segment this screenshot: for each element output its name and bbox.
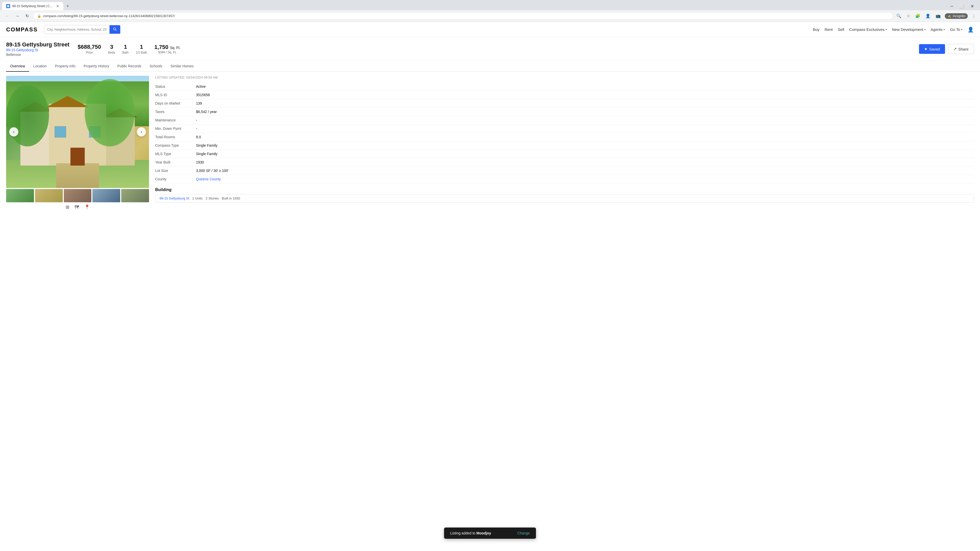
incognito-badge: 🕵️ Incognito: [945, 13, 968, 19]
photo-thumb-3[interactable]: [64, 189, 92, 202]
detail-row-maintenance: Maintenance -: [155, 116, 974, 124]
building-units: 1 Units: [192, 197, 202, 200]
building-stories: 2 Stories: [206, 197, 219, 200]
photo-prev-button[interactable]: ‹: [9, 127, 18, 137]
compass-exclusives-dropdown-arrow: ▾: [886, 28, 887, 31]
listing-price-stat: $688,750 Price: [78, 44, 101, 54]
forward-button[interactable]: →: [13, 13, 21, 19]
nav-rent[interactable]: Rent: [824, 26, 833, 33]
tab-close-button[interactable]: ✕: [56, 4, 59, 8]
listing-price-value: $688,750: [78, 44, 101, 50]
listing-bath-stat: 1 Bath: [122, 44, 129, 54]
search-input[interactable]: [44, 25, 110, 33]
cast-btn[interactable]: 📺: [935, 13, 942, 19]
listing-beds-stat: 3 Beds: [108, 44, 115, 54]
bookmark-icon-btn[interactable]: ☆: [905, 13, 911, 19]
listing-actions: ★ Saved ↗ Share: [919, 44, 974, 54]
building-built: Built in 1930: [222, 197, 240, 200]
maximize-button[interactable]: ⬜: [957, 3, 966, 10]
subnav-public-records[interactable]: Public Records: [113, 61, 145, 72]
listing-bath-value: 1: [122, 44, 129, 50]
subnav-schools[interactable]: Schools: [145, 61, 166, 72]
detail-label-mls-type: MLS Type: [155, 152, 196, 156]
subnav-overview[interactable]: Overview: [6, 61, 29, 72]
detail-label-county: County: [155, 177, 196, 181]
nav-user-button[interactable]: 👤: [967, 27, 974, 33]
saved-button[interactable]: ★ Saved: [919, 44, 945, 54]
detail-row-min-down: Min. Down Pymt -: [155, 124, 974, 133]
search-icon-btn[interactable]: 🔍: [895, 13, 902, 19]
main-photo: ‹ ›: [6, 76, 149, 188]
extensions-icon-btn[interactable]: 🧩: [914, 13, 921, 19]
nav-goto[interactable]: Go To ▾: [950, 26, 963, 33]
listing-price-label: Price: [78, 51, 101, 54]
detail-value-year-built: 1930: [196, 160, 204, 164]
listing-halfbath-value: 1: [136, 44, 147, 50]
browser-action-icons: 🔍 ☆ 🧩 👤 📺 🕵️ Incognito ⋮: [895, 13, 977, 19]
detail-value-lot-size: 3,000 SF / 30' x 100': [196, 168, 229, 173]
listing-address-main: 89-15 Gettysburg Street: [6, 41, 69, 48]
detail-value-mls-id: 3515656: [196, 93, 210, 97]
detail-label-maintenance: Maintenance: [155, 118, 196, 122]
nav-buy[interactable]: Buy: [813, 26, 819, 33]
nav-compass-exclusives[interactable]: Compass Exclusives ▾: [850, 26, 887, 33]
photo-thumb-2[interactable]: [35, 189, 63, 202]
tab-favicon: [6, 4, 10, 8]
photo-view-icons: ⊞ 🗺 📍: [6, 202, 149, 212]
street-view-button[interactable]: 📍: [84, 204, 90, 210]
listing-address-link[interactable]: 89-15 Gettysburg St: [6, 48, 69, 52]
detail-value-total-rooms: 8.0: [196, 135, 201, 139]
listing-halfbath-stat: 1 1/2 Bath: [136, 44, 147, 54]
sub-navigation: Overview Location Property Info Property…: [0, 61, 980, 72]
photo-thumb-1[interactable]: [6, 189, 34, 202]
url-bar[interactable]: 🔒 compass.com/listing/89-15-gettysburg-s…: [33, 12, 893, 20]
listing-stats: $688,750 Price 3 Beds 1 Bath 1 1/2 Bath …: [78, 44, 911, 54]
photo-thumb-5[interactable]: [121, 189, 149, 202]
browser-tabs: 89-15 Gettysburg Street | Comp... ✕ + ─ …: [0, 0, 980, 10]
compass-logo: COMPASS: [6, 26, 38, 33]
map-view-button[interactable]: 🗺: [75, 205, 79, 210]
detail-value-status: Active: [196, 84, 206, 89]
detail-label-lot-size: Lot Size: [155, 168, 196, 173]
more-options-btn[interactable]: ⋮: [971, 13, 977, 19]
minimize-button[interactable]: ─: [948, 3, 955, 10]
compass-navbar: COMPASS Buy Rent Sell Compass Exclusives…: [0, 22, 980, 37]
listing-content: ‹ › ⊞ 🗺 📍 LISTING UPDATED: 03/04/2024 09…: [0, 72, 980, 216]
listing-sqft-sub: $394 / Sq. Ft.: [154, 51, 180, 54]
new-dev-dropdown-arrow: ▾: [924, 28, 926, 31]
listing-beds-value: 3: [108, 44, 115, 50]
svg-line-2: [115, 30, 116, 31]
subnav-property-history[interactable]: Property History: [80, 61, 113, 72]
share-button[interactable]: ↗ Share: [948, 44, 974, 54]
subnav-similar-homes[interactable]: Similar Homes: [166, 61, 198, 72]
nav-new-development[interactable]: New Development ▾: [892, 26, 926, 33]
search-submit-button[interactable]: [110, 25, 120, 34]
detail-row-county: County Queens County: [155, 175, 974, 183]
detail-value-min-down: -: [196, 127, 197, 130]
detail-value-county[interactable]: Queens County: [196, 177, 221, 181]
detail-value-days-on-market: 139: [196, 101, 202, 105]
photo-next-button[interactable]: ›: [137, 127, 146, 137]
profile-sync-btn[interactable]: 👤: [924, 13, 932, 19]
close-window-button[interactable]: ✕: [969, 3, 976, 10]
detail-label-status: Status: [155, 84, 196, 89]
listing-updated: LISTING UPDATED: 03/04/2024 09:58 AM: [155, 76, 974, 79]
subnav-location[interactable]: Location: [29, 61, 51, 72]
nav-sell[interactable]: Sell: [838, 26, 844, 33]
photo-thumb-4[interactable]: [92, 189, 120, 202]
subnav-property-info[interactable]: Property Info: [51, 61, 80, 72]
grid-view-button[interactable]: ⊞: [65, 204, 69, 210]
detail-row-year-built: Year Built 1930: [155, 158, 974, 167]
active-tab[interactable]: 89-15 Gettysburg Street | Comp... ✕: [2, 2, 63, 10]
detail-label-total-rooms: Total Rooms: [155, 135, 196, 139]
reload-button[interactable]: ↻: [24, 13, 31, 19]
new-tab-button[interactable]: +: [64, 3, 71, 10]
detail-row-lot-size: Lot Size 3,000 SF / 30' x 100': [155, 167, 974, 175]
listing-title-block: 89-15 Gettysburg Street 89-15 Gettysburg…: [6, 41, 69, 57]
nav-agents[interactable]: Agents ▾: [931, 26, 945, 33]
back-button[interactable]: ←: [3, 13, 11, 19]
detail-row-days-on-market: Days on Market 139: [155, 99, 974, 108]
building-address-link[interactable]: 89-15 Gettysburg St: [159, 197, 189, 200]
detail-label-days-on-market: Days on Market: [155, 101, 196, 105]
detail-label-min-down: Min. Down Pymt: [155, 127, 196, 130]
